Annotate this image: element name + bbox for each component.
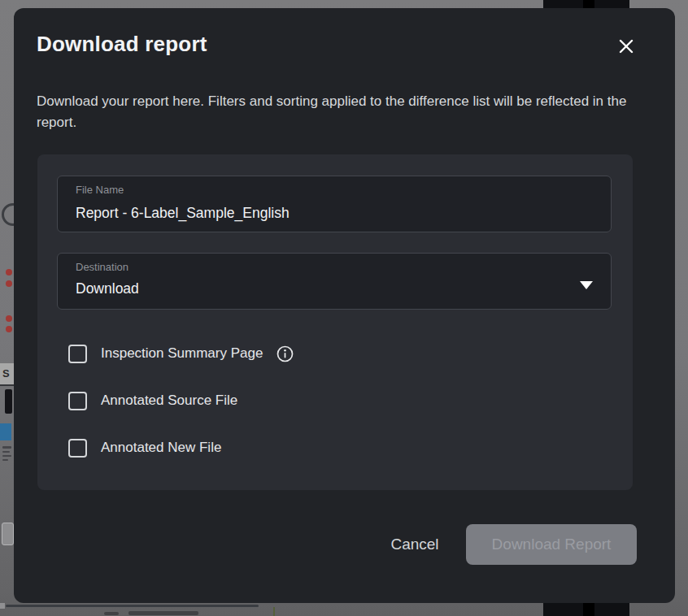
background-bottom-text: [104, 612, 119, 615]
info-icon: [277, 345, 294, 362]
options-panel: File Name Destination Download Inspectio…: [37, 154, 633, 490]
background-light-band: S: [0, 363, 14, 384]
background-light-box: [2, 523, 14, 545]
close-button[interactable]: [610, 30, 642, 63]
download-report-dialog: Download report Download your report her…: [14, 8, 675, 603]
background-text-mark: [2, 455, 11, 457]
info-button[interactable]: [277, 345, 294, 362]
background-glyph: [5, 389, 12, 414]
background-text-mark: [2, 446, 11, 449]
annotated-new-checkbox[interactable]: [68, 439, 87, 458]
file-name-input[interactable]: [76, 201, 580, 225]
annotated-source-checkbox[interactable]: [68, 392, 87, 410]
background-red-dot: [6, 269, 12, 275]
background-red-dot: [6, 326, 12, 332]
cancel-button[interactable]: Cancel: [381, 528, 449, 561]
annotated-new-row: Annotated New File: [68, 438, 221, 458]
background-text-mark: [2, 451, 10, 453]
destination-value: Download: [76, 280, 139, 297]
annotated-new-label[interactable]: Annotated New File: [101, 440, 221, 456]
background-text-mark: [2, 459, 8, 461]
chevron-down-icon: [580, 281, 593, 289]
background-bottom-text: [128, 611, 198, 615]
screen: S Download report Download your report h…: [0, 0, 688, 616]
background-divider: [0, 384, 14, 386]
dialog-title: Download report: [37, 32, 207, 57]
background-letter: S: [2, 367, 10, 380]
file-name-label: File Name: [76, 184, 124, 196]
background-red-dot: [6, 280, 12, 287]
download-report-button[interactable]: Download Report: [466, 524, 637, 565]
background-corner-chip: [0, 603, 5, 609]
file-name-field: File Name: [57, 176, 612, 232]
background-blue-square: [0, 423, 11, 440]
annotated-source-label[interactable]: Annotated Source File: [101, 393, 237, 409]
dialog-description: Download your report here. Filters and s…: [37, 91, 640, 133]
background-red-dot: [6, 315, 12, 322]
close-icon: [618, 38, 634, 54]
inspection-summary-checkbox[interactable]: [68, 345, 87, 363]
inspection-summary-label[interactable]: Inspection Summary Page: [101, 345, 263, 362]
annotated-source-row: Annotated Source File: [68, 391, 237, 410]
background-bottom-rule: [6, 605, 259, 607]
background-green-line: [273, 607, 275, 616]
destination-select[interactable]: Destination Download: [57, 253, 612, 310]
inspection-summary-row: Inspection Summary Page: [68, 344, 294, 363]
destination-label: Destination: [76, 261, 128, 273]
